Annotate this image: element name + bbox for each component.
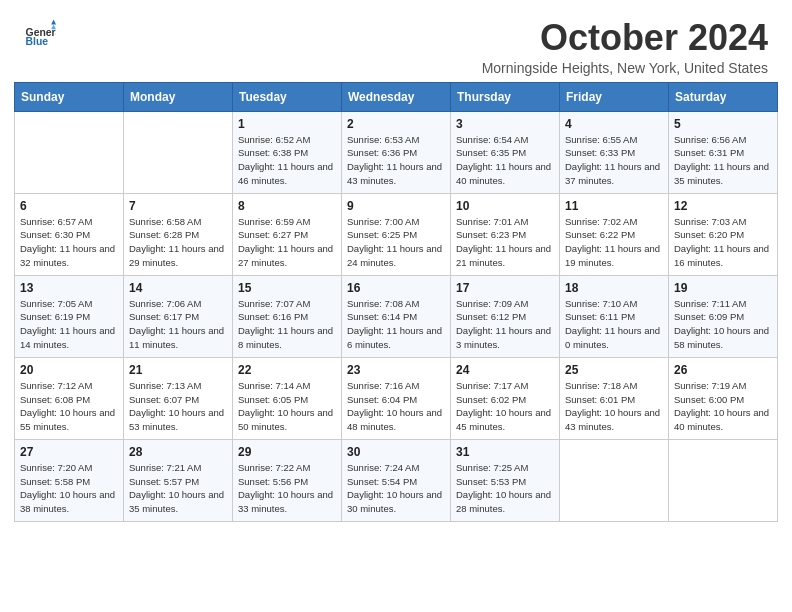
calendar-cell	[669, 439, 778, 521]
calendar-cell: 1Sunrise: 6:52 AM Sunset: 6:38 PM Daylig…	[233, 111, 342, 193]
day-number: 26	[674, 363, 772, 377]
day-number: 4	[565, 117, 663, 131]
day-number: 10	[456, 199, 554, 213]
calendar-cell: 18Sunrise: 7:10 AM Sunset: 6:11 PM Dayli…	[560, 275, 669, 357]
day-info: Sunrise: 7:19 AM Sunset: 6:00 PM Dayligh…	[674, 379, 772, 434]
calendar-cell: 30Sunrise: 7:24 AM Sunset: 5:54 PM Dayli…	[342, 439, 451, 521]
day-info: Sunrise: 6:53 AM Sunset: 6:36 PM Dayligh…	[347, 133, 445, 188]
calendar-cell: 7Sunrise: 6:58 AM Sunset: 6:28 PM Daylig…	[124, 193, 233, 275]
day-info: Sunrise: 7:06 AM Sunset: 6:17 PM Dayligh…	[129, 297, 227, 352]
calendar-cell: 5Sunrise: 6:56 AM Sunset: 6:31 PM Daylig…	[669, 111, 778, 193]
day-info: Sunrise: 7:02 AM Sunset: 6:22 PM Dayligh…	[565, 215, 663, 270]
calendar-cell: 27Sunrise: 7:20 AM Sunset: 5:58 PM Dayli…	[15, 439, 124, 521]
calendar-cell: 26Sunrise: 7:19 AM Sunset: 6:00 PM Dayli…	[669, 357, 778, 439]
calendar-cell: 4Sunrise: 6:55 AM Sunset: 6:33 PM Daylig…	[560, 111, 669, 193]
day-number: 24	[456, 363, 554, 377]
calendar-cell: 2Sunrise: 6:53 AM Sunset: 6:36 PM Daylig…	[342, 111, 451, 193]
day-info: Sunrise: 7:14 AM Sunset: 6:05 PM Dayligh…	[238, 379, 336, 434]
day-info: Sunrise: 7:17 AM Sunset: 6:02 PM Dayligh…	[456, 379, 554, 434]
day-number: 13	[20, 281, 118, 295]
calendar-cell: 31Sunrise: 7:25 AM Sunset: 5:53 PM Dayli…	[451, 439, 560, 521]
day-number: 2	[347, 117, 445, 131]
day-number: 5	[674, 117, 772, 131]
page-header: General Blue October 2024 Morningside He…	[0, 0, 792, 82]
day-info: Sunrise: 7:00 AM Sunset: 6:25 PM Dayligh…	[347, 215, 445, 270]
day-number: 15	[238, 281, 336, 295]
day-info: Sunrise: 7:21 AM Sunset: 5:57 PM Dayligh…	[129, 461, 227, 516]
month-title: October 2024	[482, 18, 768, 58]
day-info: Sunrise: 6:57 AM Sunset: 6:30 PM Dayligh…	[20, 215, 118, 270]
calendar-cell	[15, 111, 124, 193]
day-info: Sunrise: 7:11 AM Sunset: 6:09 PM Dayligh…	[674, 297, 772, 352]
day-number: 25	[565, 363, 663, 377]
day-number: 18	[565, 281, 663, 295]
calendar-cell: 19Sunrise: 7:11 AM Sunset: 6:09 PM Dayli…	[669, 275, 778, 357]
calendar-cell: 16Sunrise: 7:08 AM Sunset: 6:14 PM Dayli…	[342, 275, 451, 357]
calendar-cell: 22Sunrise: 7:14 AM Sunset: 6:05 PM Dayli…	[233, 357, 342, 439]
day-number: 28	[129, 445, 227, 459]
calendar-cell: 6Sunrise: 6:57 AM Sunset: 6:30 PM Daylig…	[15, 193, 124, 275]
day-number: 27	[20, 445, 118, 459]
day-info: Sunrise: 7:20 AM Sunset: 5:58 PM Dayligh…	[20, 461, 118, 516]
calendar-cell: 13Sunrise: 7:05 AM Sunset: 6:19 PM Dayli…	[15, 275, 124, 357]
calendar-cell: 14Sunrise: 7:06 AM Sunset: 6:17 PM Dayli…	[124, 275, 233, 357]
calendar-cell: 24Sunrise: 7:17 AM Sunset: 6:02 PM Dayli…	[451, 357, 560, 439]
calendar-cell: 15Sunrise: 7:07 AM Sunset: 6:16 PM Dayli…	[233, 275, 342, 357]
day-header-friday: Friday	[560, 82, 669, 111]
day-number: 12	[674, 199, 772, 213]
calendar-cell: 3Sunrise: 6:54 AM Sunset: 6:35 PM Daylig…	[451, 111, 560, 193]
calendar-cell: 8Sunrise: 6:59 AM Sunset: 6:27 PM Daylig…	[233, 193, 342, 275]
day-number: 16	[347, 281, 445, 295]
day-number: 17	[456, 281, 554, 295]
calendar-cell: 10Sunrise: 7:01 AM Sunset: 6:23 PM Dayli…	[451, 193, 560, 275]
day-number: 29	[238, 445, 336, 459]
calendar-cell: 29Sunrise: 7:22 AM Sunset: 5:56 PM Dayli…	[233, 439, 342, 521]
day-info: Sunrise: 6:55 AM Sunset: 6:33 PM Dayligh…	[565, 133, 663, 188]
calendar-cell: 11Sunrise: 7:02 AM Sunset: 6:22 PM Dayli…	[560, 193, 669, 275]
calendar-cell: 23Sunrise: 7:16 AM Sunset: 6:04 PM Dayli…	[342, 357, 451, 439]
calendar-cell	[124, 111, 233, 193]
day-info: Sunrise: 7:22 AM Sunset: 5:56 PM Dayligh…	[238, 461, 336, 516]
calendar-cell: 9Sunrise: 7:00 AM Sunset: 6:25 PM Daylig…	[342, 193, 451, 275]
day-header-row: SundayMondayTuesdayWednesdayThursdayFrid…	[15, 82, 778, 111]
day-header-thursday: Thursday	[451, 82, 560, 111]
day-header-sunday: Sunday	[15, 82, 124, 111]
calendar-cell	[560, 439, 669, 521]
day-header-wednesday: Wednesday	[342, 82, 451, 111]
day-number: 3	[456, 117, 554, 131]
week-row-1: 1Sunrise: 6:52 AM Sunset: 6:38 PM Daylig…	[15, 111, 778, 193]
svg-text:Blue: Blue	[26, 36, 49, 47]
day-number: 22	[238, 363, 336, 377]
week-row-3: 13Sunrise: 7:05 AM Sunset: 6:19 PM Dayli…	[15, 275, 778, 357]
day-number: 20	[20, 363, 118, 377]
day-number: 6	[20, 199, 118, 213]
week-row-5: 27Sunrise: 7:20 AM Sunset: 5:58 PM Dayli…	[15, 439, 778, 521]
day-number: 21	[129, 363, 227, 377]
calendar-cell: 25Sunrise: 7:18 AM Sunset: 6:01 PM Dayli…	[560, 357, 669, 439]
day-info: Sunrise: 6:56 AM Sunset: 6:31 PM Dayligh…	[674, 133, 772, 188]
day-number: 31	[456, 445, 554, 459]
day-info: Sunrise: 7:16 AM Sunset: 6:04 PM Dayligh…	[347, 379, 445, 434]
day-info: Sunrise: 7:10 AM Sunset: 6:11 PM Dayligh…	[565, 297, 663, 352]
calendar-body: 1Sunrise: 6:52 AM Sunset: 6:38 PM Daylig…	[15, 111, 778, 521]
day-info: Sunrise: 7:01 AM Sunset: 6:23 PM Dayligh…	[456, 215, 554, 270]
day-header-saturday: Saturday	[669, 82, 778, 111]
day-info: Sunrise: 7:18 AM Sunset: 6:01 PM Dayligh…	[565, 379, 663, 434]
day-number: 30	[347, 445, 445, 459]
day-info: Sunrise: 7:09 AM Sunset: 6:12 PM Dayligh…	[456, 297, 554, 352]
day-info: Sunrise: 7:25 AM Sunset: 5:53 PM Dayligh…	[456, 461, 554, 516]
svg-marker-2	[51, 20, 56, 25]
calendar-table: SundayMondayTuesdayWednesdayThursdayFrid…	[14, 82, 778, 522]
title-block: October 2024 Morningside Heights, New Yo…	[482, 18, 768, 76]
day-info: Sunrise: 6:58 AM Sunset: 6:28 PM Dayligh…	[129, 215, 227, 270]
day-info: Sunrise: 7:08 AM Sunset: 6:14 PM Dayligh…	[347, 297, 445, 352]
day-number: 23	[347, 363, 445, 377]
day-info: Sunrise: 7:24 AM Sunset: 5:54 PM Dayligh…	[347, 461, 445, 516]
calendar-cell: 20Sunrise: 7:12 AM Sunset: 6:08 PM Dayli…	[15, 357, 124, 439]
week-row-2: 6Sunrise: 6:57 AM Sunset: 6:30 PM Daylig…	[15, 193, 778, 275]
location-subtitle: Morningside Heights, New York, United St…	[482, 60, 768, 76]
calendar-cell: 17Sunrise: 7:09 AM Sunset: 6:12 PM Dayli…	[451, 275, 560, 357]
day-info: Sunrise: 6:54 AM Sunset: 6:35 PM Dayligh…	[456, 133, 554, 188]
week-row-4: 20Sunrise: 7:12 AM Sunset: 6:08 PM Dayli…	[15, 357, 778, 439]
calendar-cell: 21Sunrise: 7:13 AM Sunset: 6:07 PM Dayli…	[124, 357, 233, 439]
